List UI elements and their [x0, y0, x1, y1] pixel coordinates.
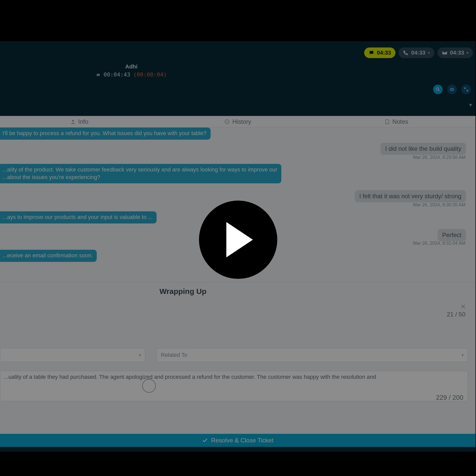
play-button[interactable] [199, 201, 277, 279]
svg-point-0 [436, 88, 439, 90]
play-icon [223, 222, 253, 257]
collapse-chevron-icon[interactable]: ▾ [469, 102, 472, 108]
phone-status-time: 04:33 [411, 49, 425, 56]
email-status-time: 04:33 [450, 49, 464, 56]
chat-status-time: 04:33 [377, 49, 391, 56]
tab-label: History [232, 118, 251, 125]
category-dropdown[interactable]: ▾ [0, 348, 145, 362]
message-timestamp: Mar 26, 2024, 8:29:56 AM [413, 155, 465, 160]
phone-icon [403, 50, 409, 56]
phone-status-pill[interactable]: 04:33 ▾ [398, 47, 434, 58]
detail-tabs: Info History Notes [0, 116, 475, 128]
subject-char-count: 21 / 50 [447, 311, 465, 318]
check-icon [202, 437, 208, 443]
tab-label: Info [78, 118, 88, 125]
conversation-tools [433, 85, 471, 94]
tab-label: Notes [392, 118, 408, 125]
email-icon [442, 50, 447, 56]
resolve-close-button[interactable]: Resolve & Close Ticket [0, 434, 475, 447]
clear-field-button[interactable]: ✕ [460, 303, 466, 311]
tab-info[interactable]: Info [0, 116, 159, 127]
agent-message: ...ays to improve our products and your … [0, 211, 157, 223]
svg-point-6 [72, 120, 74, 122]
notes-icon [384, 119, 390, 124]
svg-rect-2 [450, 89, 454, 91]
contact-header: Adhi 00:04:43 (00:00:04) [96, 63, 167, 78]
agent-message: ...eceive an email confirmation soon. [0, 250, 97, 262]
tab-notes[interactable]: Notes [317, 116, 475, 127]
svg-point-3 [451, 89, 452, 90]
chevron-down-icon: ▾ [462, 353, 464, 358]
chat-icon [369, 50, 374, 56]
user-icon [70, 119, 76, 124]
wrapup-title: Wrapping Up [160, 287, 207, 296]
search-conversation-button[interactable] [433, 85, 443, 94]
chevron-down-icon: ▾ [467, 51, 468, 55]
customer-message: I did not like the build quality [381, 143, 466, 155]
contact-name: Adhi [96, 63, 167, 70]
wrapup-note-text: ...uality of a table they had purchased.… [4, 374, 376, 380]
video-stage: 04:33 04:33 ▾ 04:33 ▾ Adhi [0, 0, 476, 476]
elapsed-timer: 00:04:43 [104, 71, 130, 78]
status-pill-row: 04:33 04:33 ▾ 04:33 ▾ [364, 47, 473, 58]
bot-toggle-button[interactable] [447, 85, 457, 94]
secondary-timer: (00:00:04) [133, 71, 167, 78]
clock-icon [224, 119, 230, 124]
agent-message: ...ality of the product. We take custome… [0, 164, 281, 183]
tab-history[interactable]: History [159, 116, 317, 127]
dropdown-placeholder: Related To [161, 352, 187, 358]
chevron-down-icon: ▾ [139, 353, 141, 358]
wrapup-note-textarea[interactable]: ...uality of a table they had purchased.… [0, 371, 468, 401]
chat-status-pill[interactable]: 04:33 [364, 47, 395, 58]
message-timestamp: Mar 26, 2024, 8:31:04 AM [413, 241, 465, 246]
resolve-label: Resolve & Close Ticket [211, 437, 273, 444]
message-timestamp: Mar 26, 2024, 8:30:35 AM [413, 202, 465, 208]
contact-timers: 00:04:43 (00:00:04) [96, 71, 167, 78]
chat-icon [96, 72, 101, 77]
chevron-down-icon: ▾ [428, 51, 430, 55]
customer-message: Perfect [438, 229, 466, 241]
svg-point-4 [452, 89, 453, 90]
expand-button[interactable] [461, 85, 471, 94]
svg-line-1 [439, 90, 440, 91]
note-char-count: 229 / 200 [436, 394, 463, 402]
email-status-pill[interactable]: 04:33 ▾ [437, 47, 473, 58]
agent-message: I'll be happy to process a refund for yo… [0, 128, 211, 140]
related-to-dropdown[interactable]: Related To ▾ [157, 348, 468, 362]
wrapup-panel: Wrapping Up ✕ 21 / 50 ▾ Related To ▾ ...… [0, 282, 475, 435]
svg-marker-8 [226, 222, 253, 257]
cursor-indicator-icon [142, 379, 156, 393]
customer-message: I felt that it was not very sturdy/ stro… [355, 190, 466, 202]
